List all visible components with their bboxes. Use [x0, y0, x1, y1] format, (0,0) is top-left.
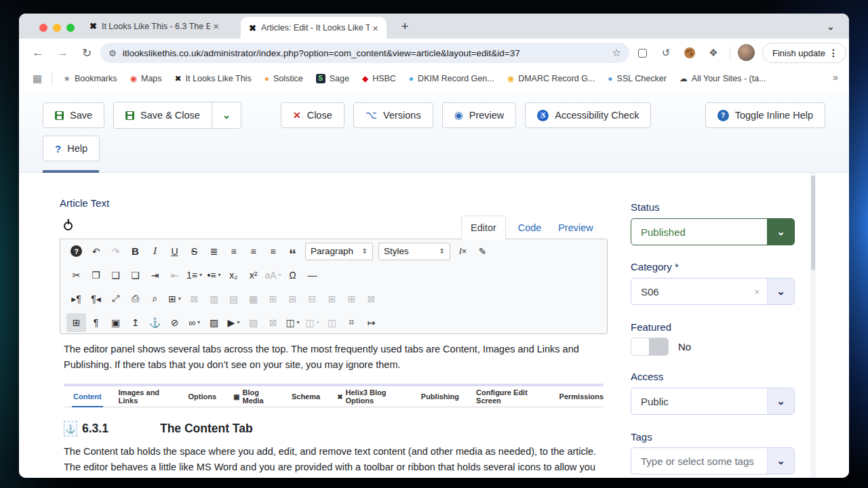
media-icon[interactable]: ▶▾ — [224, 313, 243, 332]
styles-select[interactable]: Styles⇕ — [378, 243, 450, 260]
format-painter-icon[interactable]: ✎ — [473, 242, 492, 261]
ordered-list-icon[interactable]: 1≡▾ — [184, 266, 204, 285]
visual-blocks-icon[interactable]: ▣ — [106, 313, 125, 332]
insert-row-after-icon[interactable]: ⊞ — [283, 289, 302, 308]
fullscreen-icon[interactable]: ⤢ — [106, 289, 125, 308]
apps-grid-icon[interactable]: ▦ — [33, 73, 42, 85]
close-button[interactable]: ✕ Close — [281, 102, 344, 128]
insert-row-before-icon[interactable]: ⊞ — [263, 289, 283, 308]
column-delete-icon[interactable]: ◫ — [322, 313, 342, 332]
tags-select[interactable]: Type or select some tags ⌄ — [631, 447, 795, 474]
browser-tab-2-active[interactable]: ✖ Articles: Edit - It Looks Like T × — [241, 17, 387, 39]
page-break-icon[interactable]: ⌗ — [342, 313, 361, 332]
strikethrough-icon[interactable]: S — [184, 242, 204, 261]
print-icon[interactable]: ⎙ — [125, 289, 145, 308]
clear-formatting-icon[interactable]: I× — [453, 242, 473, 261]
scrollbar-thumb[interactable] — [811, 176, 815, 270]
row-properties-icon[interactable]: ▤ — [224, 289, 243, 308]
superscript-icon[interactable]: x² — [243, 266, 263, 285]
minimize-window-button[interactable] — [53, 24, 61, 32]
page-scrollbar[interactable] — [810, 173, 816, 478]
paste-icon[interactable]: ❏ — [106, 266, 125, 285]
chevron-down-icon[interactable]: ⌄ — [767, 448, 794, 474]
chevron-down-icon[interactable]: ⌄ — [767, 279, 794, 304]
rtl-icon[interactable]: ¶◂ — [86, 289, 106, 308]
category-select[interactable]: S06 × ⌄ — [631, 278, 795, 305]
image-icon[interactable]: ▨ — [204, 313, 224, 332]
extensions-icon[interactable]: ❖ — [706, 45, 721, 60]
underline-icon[interactable]: U — [165, 242, 184, 261]
bookmark-all-your-sites[interactable]: ☁All Your Sites - (ta... — [679, 74, 766, 83]
zoom-window-button[interactable] — [66, 24, 75, 32]
anchor-icon[interactable]: ⚓ — [64, 421, 77, 436]
image-manager-icon[interactable]: ▨ — [243, 313, 263, 332]
bullet-list-icon[interactable]: •≡▾ — [204, 266, 224, 285]
bookmark-sage[interactable]: SSage — [316, 74, 349, 83]
browser-tab-1[interactable]: ✖ It Looks Like This - 6.3 The E × — [81, 14, 227, 39]
column-insert-icon[interactable]: ◫▾ — [302, 313, 322, 332]
link-icon[interactable]: ∞▾ — [184, 313, 204, 332]
access-select[interactable]: Public ⌄ — [631, 388, 795, 415]
versions-button[interactable]: ⌥ Versions — [353, 102, 433, 128]
delete-column-icon[interactable]: ⊠ — [361, 289, 381, 308]
clear-selection-icon[interactable]: × — [754, 287, 760, 297]
chevron-down-icon[interactable]: ⌄ — [767, 219, 794, 245]
subscript-icon[interactable]: x₂ — [224, 266, 243, 285]
tab-preview[interactable]: Preview — [555, 216, 597, 239]
back-button[interactable]: ← — [30, 45, 46, 61]
bookmark-maps[interactable]: ◉Maps — [130, 74, 161, 83]
close-window-button[interactable] — [39, 24, 47, 32]
italic-icon[interactable]: I — [145, 242, 165, 261]
save-options-dropdown[interactable]: ⌄ — [212, 102, 241, 128]
profile-avatar[interactable] — [738, 44, 755, 61]
template-icon[interactable]: ↥ — [125, 313, 145, 332]
case-change-icon[interactable]: aA▾ — [263, 266, 283, 285]
close-tab-icon[interactable]: × — [210, 20, 222, 32]
find-replace-icon[interactable]: ⌕ — [145, 289, 165, 308]
tab-editor[interactable]: Editor — [461, 216, 506, 239]
bookmark-solstice[interactable]: ●Solstice — [264, 74, 303, 83]
horizontal-rule-icon[interactable]: — — [302, 266, 322, 285]
sync-icon[interactable]: ↺ — [658, 45, 673, 60]
redo-icon[interactable]: ↷ — [106, 242, 125, 261]
close-tab-icon[interactable]: × — [370, 22, 381, 34]
copy-icon[interactable]: ❐ — [86, 266, 106, 285]
outdent-icon[interactable]: ⇤ — [165, 266, 184, 285]
save-button[interactable]: Save — [43, 102, 104, 128]
tab-search-icon[interactable]: ⌄ — [823, 19, 838, 34]
undo-icon[interactable]: ↶ — [86, 242, 106, 261]
tab-code[interactable]: Code — [515, 216, 544, 239]
screenshot-frame-icon[interactable] — [635, 45, 650, 60]
table-properties-icon[interactable]: ▥ — [204, 289, 224, 308]
cookie-icon[interactable] — [682, 45, 697, 60]
toggle-editor-icon[interactable] — [64, 222, 73, 230]
delete-table-icon[interactable]: ⊠ — [184, 289, 204, 308]
insert-column-after-icon[interactable]: ⊞ — [342, 289, 361, 308]
align-justify-icon[interactable]: ≣ — [204, 242, 224, 261]
blockquote-icon[interactable]: “ — [283, 242, 302, 261]
align-left-icon[interactable]: ≡ — [243, 242, 263, 261]
media-manager-icon[interactable]: ⊠ — [263, 313, 283, 332]
help-button[interactable]: ? Help — [43, 136, 100, 161]
columns-icon[interactable]: ◫▾ — [283, 313, 302, 332]
align-center-icon[interactable]: ≡ — [224, 242, 243, 261]
reload-button[interactable]: ↻ — [79, 45, 95, 61]
bookmarks-overflow-icon[interactable]: » — [833, 72, 838, 83]
bookmark-dmarc[interactable]: ◉DMARC Record G... — [507, 74, 595, 83]
bookmark-bookmarks[interactable]: ★Bookmarks — [63, 74, 117, 83]
align-right-icon[interactable]: ≡ — [263, 242, 283, 261]
bookmark-star-icon[interactable]: ☆ — [612, 47, 621, 59]
site-settings-icon[interactable]: ⚙ — [108, 48, 117, 58]
ltr-icon[interactable]: ▸¶ — [66, 289, 86, 308]
cut-icon[interactable]: ✂ — [66, 266, 86, 285]
indent-icon[interactable]: ⇥ — [145, 266, 165, 285]
special-character-icon[interactable]: Ω — [283, 266, 302, 285]
new-tab-button[interactable]: + — [396, 18, 414, 35]
anchor-icon[interactable]: ⚓ — [145, 313, 165, 332]
bold-icon[interactable]: B — [125, 242, 145, 261]
read-more-icon[interactable]: ↦ — [361, 313, 381, 332]
finish-update-button[interactable]: Finish update ⋮ — [762, 43, 846, 63]
bookmark-it-looks-like-this[interactable]: ✖It Looks Like This — [175, 74, 252, 83]
visual-aid-icon[interactable]: ⊞ — [66, 313, 86, 332]
preview-button[interactable]: ◉ Preview — [442, 102, 517, 128]
